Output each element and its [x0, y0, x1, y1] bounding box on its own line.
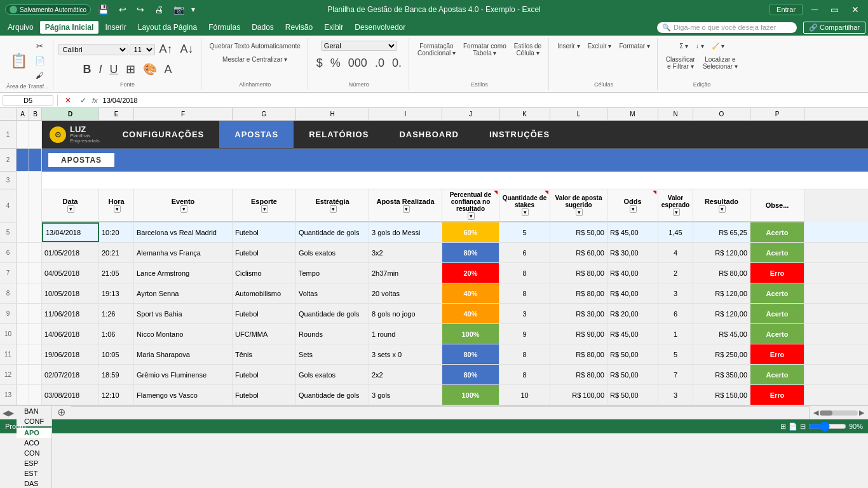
filter-esporte-button[interactable]: ▾ — [261, 205, 268, 213]
maximize-button[interactable]: ▭ — [827, 4, 843, 15]
menu-exibir[interactable]: Exibir — [319, 21, 348, 34]
cell-valor-aposta-12[interactable]: R$ 50,00 — [607, 365, 658, 384]
bold-button[interactable]: B — [80, 61, 95, 78]
entrar-button[interactable]: Entrar — [770, 4, 803, 15]
filter-estrategia-button[interactable]: ▾ — [330, 205, 337, 213]
cell-valor-aposta-10[interactable]: R$ 45,00 — [607, 324, 658, 344]
cell-resultado-7[interactable]: Erro — [750, 263, 804, 283]
cell-valor-esperado-9[interactable]: R$ 120,00 — [693, 304, 750, 323]
cell-odds-10[interactable]: 1 — [658, 324, 693, 344]
conditional-format-button[interactable]: FormataçãoCondicional ▾ — [414, 41, 459, 58]
cell-aposta-8[interactable]: 20 voltas — [369, 283, 442, 303]
table-row[interactable]: 6 01/05/2018 20:21 Alemanha vs França Fu… — [0, 243, 868, 263]
menu-revisao[interactable]: Revisão — [280, 21, 318, 34]
formula-input[interactable] — [100, 97, 865, 104]
cell-confianca-6[interactable]: 80% — [442, 243, 499, 262]
col-j-header[interactable]: J — [442, 108, 499, 120]
cell-evento-5[interactable]: Barcelona vs Real Madrid — [134, 222, 233, 242]
cell-valor-sugerido-11[interactable]: R$ 80,00 — [550, 344, 607, 364]
confirm-formula-icon[interactable]: ✓ — [77, 94, 90, 107]
cell-data-8[interactable]: 10/05/2018 — [42, 283, 99, 303]
cell-esporte-12[interactable]: Futebol — [233, 365, 296, 384]
cell-evento-6[interactable]: Alemanha vs França — [134, 243, 233, 262]
cell-valor-aposta-8[interactable]: R$ 40,00 — [607, 283, 658, 303]
cell-evento-13[interactable]: Flamengo vs Vasco — [134, 385, 233, 405]
cell-confianca-9[interactable]: 40% — [442, 304, 499, 323]
cell-estrategia-9[interactable]: Quantidade de gols — [296, 304, 369, 323]
filter-odds-button[interactable]: ▾ — [630, 205, 637, 213]
clear-button[interactable]: 🧹 ▾ — [709, 41, 728, 51]
cell-evento-12[interactable]: Grêmio vs Fluminense — [134, 365, 233, 384]
cell-resultado-8[interactable]: Acerto — [750, 283, 804, 303]
sheet-right-arrow[interactable]: ▶ — [8, 409, 14, 417]
search-box[interactable]: 🔍 Diga-me o que você deseja fazer — [657, 22, 797, 33]
cell-resultado-5[interactable]: Acerto — [750, 222, 804, 242]
cell-hora-10[interactable]: 1:06 — [99, 324, 134, 344]
cell-hora-7[interactable]: 21:05 — [99, 263, 134, 283]
col-n-header[interactable]: N — [658, 108, 693, 120]
col-i-header[interactable]: I — [369, 108, 442, 120]
cell-odds-12[interactable]: 7 — [658, 365, 693, 384]
cell-stakes-10[interactable]: 9 — [499, 324, 550, 344]
view-normal-icon[interactable]: ⊞ — [780, 423, 786, 431]
cell-valor-sugerido-10[interactable]: R$ 90,00 — [550, 324, 607, 344]
cell-valor-aposta-6[interactable]: R$ 30,00 — [607, 243, 658, 262]
decrease-decimal-button[interactable]: 0. — [389, 55, 405, 72]
menu-formulas[interactable]: Fórmulas — [203, 21, 245, 34]
sheet-tab-esp[interactable]: ESP — [17, 458, 52, 468]
nav-tab-apostas[interactable]: APOSTAS — [219, 121, 294, 148]
horizontal-scrollbar[interactable] — [820, 410, 858, 416]
cut-button[interactable]: ✂ — [32, 39, 48, 53]
autosum-button[interactable]: Σ ▾ — [676, 41, 691, 51]
col-f-header[interactable]: F — [134, 108, 233, 120]
cell-stakes-9[interactable]: 3 — [499, 304, 550, 323]
font-color-button[interactable]: A — [161, 61, 175, 78]
percent-button[interactable]: % — [327, 55, 344, 72]
cell-evento-10[interactable]: Nicco Montano — [134, 324, 233, 344]
cell-confianca-11[interactable]: 80% — [442, 344, 499, 364]
cell-odds-7[interactable]: 2 — [658, 263, 693, 283]
col-m-header[interactable]: M — [607, 108, 658, 120]
cell-data-7[interactable]: 04/05/2018 — [42, 263, 99, 283]
print-icon[interactable]: 🖨 — [151, 3, 166, 17]
format-painter-button[interactable]: 🖌 — [32, 69, 48, 82]
cell-data-6[interactable]: 01/05/2018 — [42, 243, 99, 262]
cell-valor-sugerido-9[interactable]: R$ 30,00 — [550, 304, 607, 323]
col-d-header[interactable]: D — [42, 108, 99, 120]
cell-estrategia-5[interactable]: Quantidade de gols — [296, 222, 369, 242]
menu-desenvolvedor[interactable]: Desenvolvedor — [349, 21, 410, 34]
cell-stakes-5[interactable]: 5 — [499, 222, 550, 242]
cell-aposta-13[interactable]: 3 gols — [369, 385, 442, 405]
delete-cell-button[interactable]: Excluir ▾ — [585, 41, 615, 51]
insert-cell-button[interactable]: Inserir ▾ — [554, 41, 583, 51]
nav-tab-instrucoes[interactable]: INSTRUÇÕES — [474, 121, 565, 148]
cell-resultado-6[interactable]: Acerto — [750, 243, 804, 262]
cell-evento-11[interactable]: Maria Sharapova — [134, 344, 233, 364]
cell-valor-esperado-11[interactable]: R$ 250,00 — [693, 344, 750, 364]
cell-valor-esperado-10[interactable]: R$ 45,00 — [693, 324, 750, 344]
paste-button[interactable]: 📋 — [7, 51, 31, 71]
font-size-select[interactable]: 11 — [130, 44, 155, 55]
cell-estrategia-7[interactable]: Tempo — [296, 263, 369, 283]
table-row[interactable]: 13 03/08/2018 12:10 Flamengo vs Vasco Fu… — [0, 385, 868, 405]
menu-arquivo[interactable]: Arquivo — [3, 21, 39, 34]
cell-estrategia-6[interactable]: Gols exatos — [296, 243, 369, 262]
nav-tab-configuracoes[interactable]: CONFIGURAÇÕES — [107, 121, 220, 148]
cell-estrategia-13[interactable]: Quantidade de gols — [296, 385, 369, 405]
cancel-formula-icon[interactable]: ✕ — [62, 94, 74, 107]
cell-valor-aposta-5[interactable]: R$ 45,00 — [607, 222, 658, 242]
view-layout-icon[interactable]: 📄 — [789, 423, 797, 431]
cell-odds-5[interactable]: 1,45 — [658, 222, 693, 242]
cell-hora-13[interactable]: 12:10 — [99, 385, 134, 405]
cell-aposta-6[interactable]: 3x2 — [369, 243, 442, 262]
scroll-right-icon[interactable]: ▶ — [859, 409, 864, 417]
cell-odds-11[interactable]: 5 — [658, 344, 693, 364]
cell-confianca-10[interactable]: 100% — [442, 324, 499, 344]
minimize-button[interactable]: ─ — [808, 4, 822, 15]
cell-evento-8[interactable]: Ayrton Senna — [134, 283, 233, 303]
font-family-select[interactable]: Calibri — [58, 44, 128, 55]
filter-valor-esperado-button[interactable]: ▾ — [673, 208, 680, 216]
sheet-left-arrow[interactable]: ◀ — [3, 409, 8, 417]
camera-icon[interactable]: 📷 — [170, 3, 187, 17]
cell-data-10[interactable]: 14/06/2018 — [42, 324, 99, 344]
